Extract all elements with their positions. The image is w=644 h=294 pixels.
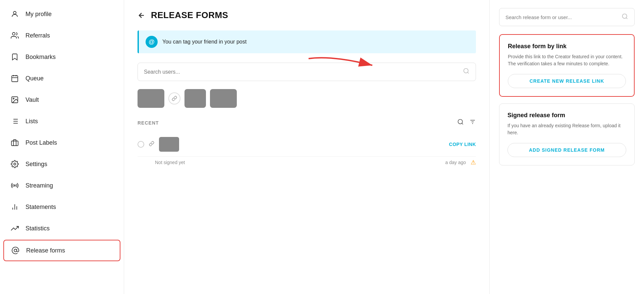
sidebar-label-vault: Vault (25, 96, 39, 103)
warning-icon: ⚠ (471, 159, 476, 166)
sidebar-item-vault[interactable]: Vault (0, 89, 124, 111)
avatar-placeholder-2 (184, 89, 206, 108)
sidebar-label-statistics: Statistics (25, 225, 50, 232)
sidebar-item-queue[interactable]: Queue (0, 68, 124, 89)
sidebar-label-queue: Queue (25, 75, 44, 82)
sidebar-label-lists: Lists (25, 118, 38, 125)
sidebar-item-settings[interactable]: Settings (0, 153, 124, 175)
sidebar-item-my-profile[interactable]: My profile (0, 3, 124, 25)
back-button[interactable] (138, 11, 146, 19)
page-header: RELEASE FORMS (138, 10, 476, 20)
svg-point-24 (458, 120, 463, 124)
calendar-icon (10, 74, 19, 83)
search-release-icon (622, 13, 628, 21)
svg-point-23 (464, 69, 468, 73)
section-action-icons (457, 119, 476, 127)
users-icon (10, 31, 19, 40)
sidebar-item-post-labels[interactable]: Post Labels (0, 132, 124, 153)
tag-icon (10, 138, 19, 147)
recent-label: RECENT (138, 120, 159, 126)
signed-release-desc: If you have an already existing Release … (507, 122, 626, 136)
search-release-box[interactable] (499, 8, 635, 26)
right-panel: Release form by link Provide this link t… (490, 0, 644, 294)
bar-chart-icon (10, 202, 19, 212)
sidebar-label-my-profile: My profile (25, 11, 52, 18)
recent-filter-icon[interactable] (469, 119, 476, 127)
recent-list-item: COPY LINK (138, 132, 476, 157)
svg-point-20 (14, 249, 17, 252)
tag-banner-text: You can tag your friend in your post (162, 39, 247, 45)
svg-point-16 (14, 185, 15, 186)
recent-item-meta: Not signed yet a day ago ⚠ (138, 157, 476, 170)
svg-rect-14 (11, 141, 18, 146)
at-sign-icon (11, 246, 20, 255)
content-area: RELEASE FORMS @ You can tag your friend … (124, 0, 644, 294)
sidebar-item-streaming[interactable]: Streaming (0, 175, 124, 196)
sidebar-item-release-forms[interactable]: Release forms (3, 240, 120, 261)
sidebar-label-post-labels: Post Labels (25, 139, 57, 146)
radio-icon (10, 181, 19, 190)
sidebar-item-bookmarks[interactable]: Bookmarks (0, 46, 124, 68)
sidebar-label-referrals: Referrals (25, 32, 50, 39)
sidebar-item-statistics[interactable]: Statistics (0, 218, 124, 239)
recent-user-thumb (159, 137, 179, 152)
left-panel: RELEASE FORMS @ You can tag your friend … (124, 0, 490, 294)
radio-circle[interactable] (138, 141, 144, 148)
sidebar-label-release-forms: Release forms (26, 247, 65, 254)
svg-rect-2 (12, 76, 18, 82)
release-by-link-card: Release form by link Provide this link t… (499, 34, 635, 97)
meta-right: a day ago ⚠ (445, 159, 476, 166)
trending-up-icon (10, 224, 19, 233)
avatar-placeholder-1 (138, 89, 164, 108)
sidebar-label-bookmarks: Bookmarks (25, 54, 56, 61)
settings-icon (10, 159, 19, 169)
sidebar-item-referrals[interactable]: Referrals (0, 25, 124, 46)
sidebar-item-statements[interactable]: Statements (0, 196, 124, 218)
copy-link-button[interactable]: COPY LINK (449, 142, 476, 147)
main-wrapper: RELEASE FORMS @ You can tag your friend … (124, 0, 644, 294)
recent-search-icon[interactable] (457, 119, 464, 127)
sidebar-label-settings: Settings (25, 161, 47, 168)
sidebar-label-statements: Statements (25, 204, 56, 211)
create-release-link-button[interactable]: CREATE NEW RELEASE LINK (508, 74, 626, 88)
release-by-link-desc: Provide this link to the Creator feature… (508, 53, 626, 67)
signed-release-card: Signed release form If you have an alrea… (499, 103, 635, 165)
recent-section-header: RECENT (138, 119, 476, 127)
search-users-input[interactable] (144, 69, 463, 75)
time-ago: a day ago (445, 160, 466, 165)
not-signed-label: Not signed yet (155, 160, 185, 165)
sidebar-label-streaming: Streaming (25, 182, 53, 189)
search-users-icon (463, 68, 470, 76)
bookmark-icon (10, 52, 19, 62)
release-by-link-title: Release form by link (508, 43, 626, 50)
svg-point-15 (14, 163, 16, 165)
svg-point-0 (13, 11, 16, 14)
search-users-box[interactable] (138, 63, 476, 81)
link-icon (168, 92, 180, 104)
sidebar-item-lists[interactable]: Lists (0, 111, 124, 132)
svg-point-28 (623, 14, 627, 18)
signed-release-title: Signed release form (507, 112, 626, 119)
svg-point-1 (12, 32, 15, 35)
tag-banner: @ You can tag your friend in your post (138, 30, 476, 53)
add-signed-release-button[interactable]: ADD SIGNED RELEASE FORM (507, 143, 626, 157)
sidebar: My profile Referrals Bookmarks Queue Vau… (0, 0, 124, 294)
image-icon (10, 95, 19, 104)
svg-point-7 (13, 98, 14, 99)
user-avatars-row (138, 89, 476, 108)
search-release-input[interactable] (505, 14, 622, 20)
avatar-placeholder-3 (210, 89, 237, 108)
link-icon-sm (149, 141, 154, 148)
user-circle-icon (10, 9, 19, 19)
page-title: RELEASE FORMS (151, 10, 228, 20)
at-sign-banner-icon: @ (146, 36, 158, 48)
list-icon (10, 117, 19, 126)
